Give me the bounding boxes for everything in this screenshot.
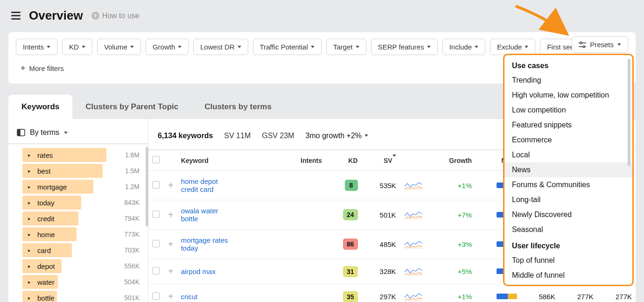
add-icon[interactable]: +	[168, 266, 174, 276]
term-row[interactable]: ▸depot556K	[8, 258, 148, 274]
term-row[interactable]: ▸home773K	[8, 226, 148, 242]
col-intents[interactable]: Intents	[279, 150, 326, 171]
preset-item[interactable]: Middle of funnel	[504, 268, 632, 283]
preset-item[interactable]: Ecommerce	[504, 133, 632, 147]
menu-icon[interactable]	[11, 12, 21, 20]
term-row[interactable]: ▸bottle501K	[8, 290, 148, 302]
kd-badge: 86	[343, 239, 358, 250]
preset-item[interactable]: Top of funnel	[504, 253, 632, 268]
col-sv[interactable]: SV	[362, 150, 400, 171]
preset-item[interactable]: Trending	[504, 73, 632, 88]
sort-desc-icon	[392, 155, 396, 164]
expand-icon: ▸	[28, 216, 31, 222]
help-icon: ?	[91, 12, 99, 20]
add-icon[interactable]: +	[168, 291, 174, 302]
term-row[interactable]: ▸best1.5M	[8, 163, 148, 179]
svg-rect-6	[17, 129, 20, 136]
add-icon[interactable]: +	[168, 239, 174, 249]
filter-lowest-dr[interactable]: Lowest DR	[193, 39, 248, 55]
presets-dropdown: Use casesTrendingHigh volume, low compet…	[503, 54, 634, 286]
row-checkbox[interactable]	[152, 240, 160, 247]
preset-item[interactable]: Low competition	[504, 103, 632, 118]
add-icon[interactable]: +	[168, 180, 174, 190]
columns-icon	[17, 129, 25, 136]
keyword-link[interactable]: airpod max	[181, 267, 216, 275]
presets-button[interactable]: Presets	[572, 36, 628, 53]
row-checkbox[interactable]	[152, 181, 160, 189]
gsv-total: GSV 23M	[262, 132, 294, 140]
preset-item[interactable]: Forums & Communities	[504, 177, 632, 192]
col-growth[interactable]: Growth	[427, 150, 476, 171]
dd-heading: Use cases	[504, 57, 632, 73]
preset-item[interactable]: Local	[504, 147, 632, 162]
sliders-icon	[579, 42, 586, 48]
md-bar	[497, 294, 517, 299]
keyword-link[interactable]: cricut	[181, 293, 198, 301]
keyword-link[interactable]: owala water bottle	[181, 207, 237, 223]
sparkline	[400, 284, 427, 302]
keyword-link[interactable]: mortgage rates today	[181, 236, 237, 252]
expand-icon: ▸	[28, 168, 31, 174]
growth-selector[interactable]: 3mo growth +2%	[306, 132, 369, 140]
filter-target[interactable]: Target	[326, 39, 366, 55]
filter-intents[interactable]: Intents	[16, 39, 57, 55]
chevron-down-icon	[617, 43, 621, 46]
kd-badge: 35	[343, 291, 358, 302]
filter-kd[interactable]: KD	[62, 39, 92, 55]
kd-badge: 24	[343, 209, 358, 220]
expand-icon: ▸	[28, 263, 31, 269]
term-row[interactable]: ▸mortgage1.2M	[8, 179, 148, 195]
term-row[interactable]: ▸card703K	[8, 242, 148, 258]
chevron-down-icon	[364, 134, 368, 137]
table-row: +cricut35297K+1%586K277K277K	[148, 284, 636, 302]
plus-icon: +	[21, 63, 26, 73]
expand-icon: ▸	[28, 247, 31, 253]
how-to-use-link[interactable]: ? How to use	[91, 12, 140, 20]
row-checkbox[interactable]	[152, 267, 160, 274]
term-row[interactable]: ▸credit794K	[8, 211, 148, 226]
preset-item[interactable]: Seasonal	[504, 222, 632, 237]
preset-item[interactable]: Newly Discovered	[504, 207, 632, 222]
by-terms-selector[interactable]: By terms	[8, 126, 148, 144]
col-kd[interactable]: KD	[326, 150, 362, 171]
filter-traffic-potential[interactable]: Traffic Potential	[253, 39, 322, 55]
filter-volume[interactable]: Volume	[97, 39, 141, 55]
filter-growth[interactable]: Growth	[146, 39, 189, 55]
term-row[interactable]: ▸rates1.6M	[8, 147, 148, 163]
sparkline	[400, 259, 427, 284]
term-row[interactable]: ▸water504K	[8, 274, 148, 290]
select-all-checkbox[interactable]	[152, 156, 160, 163]
chevron-down-icon	[356, 46, 359, 48]
preset-item[interactable]: High volume, low competition	[504, 88, 632, 103]
preset-item[interactable]: Featured snippets	[504, 118, 632, 133]
chevron-down-icon	[427, 46, 431, 48]
preset-item[interactable]: News	[504, 162, 632, 177]
col-keyword[interactable]: Keyword	[177, 150, 280, 171]
expand-icon: ▸	[28, 279, 31, 285]
tab-clusters-by-terms[interactable]: Clusters by terms	[191, 95, 285, 119]
keyword-link[interactable]: home depot credit card	[181, 177, 237, 193]
row-checkbox[interactable]	[152, 292, 160, 300]
chevron-down-icon	[82, 46, 85, 48]
row-checkbox[interactable]	[152, 211, 160, 218]
terms-sidebar: By terms ▸rates1.6M▸best1.5M▸mortgage1.2…	[8, 119, 148, 302]
arrow-annotation	[513, 4, 574, 43]
add-icon[interactable]: +	[168, 210, 174, 220]
more-filters-button[interactable]: +More filters	[16, 60, 69, 77]
kd-badge: 8	[345, 180, 358, 191]
dd-heading: User lifecycle	[504, 237, 632, 253]
preset-item[interactable]: Long-tail	[504, 192, 632, 207]
filter-include[interactable]: Include	[442, 39, 485, 55]
sparkline	[400, 200, 427, 230]
filter-serp-features[interactable]: SERP features	[371, 39, 438, 55]
svg-point-2	[580, 42, 582, 44]
chevron-down-icon	[525, 46, 528, 48]
term-row[interactable]: ▸today843K	[8, 195, 148, 211]
kd-badge: 31	[343, 266, 358, 277]
tab-clusters-by-parent-topic[interactable]: Clusters by Parent Topic	[72, 95, 191, 119]
page-title: Overview	[29, 8, 83, 23]
chevron-down-icon	[178, 46, 182, 48]
chevron-down-icon	[238, 46, 241, 48]
tab-keywords[interactable]: Keywords	[8, 95, 72, 119]
expand-icon: ▸	[28, 232, 31, 238]
